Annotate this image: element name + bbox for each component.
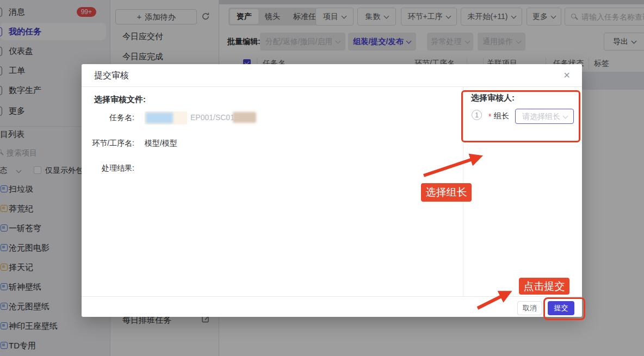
submit-review-modal: 提交审核 × 选择审核文件: 任务名: EP001/SC01/ 环节/工序名: …	[82, 64, 582, 317]
cancel-button[interactable]: 取消	[517, 301, 542, 315]
app-root: 消息 99+ 我的任务 仪表盘 工单 数字生产 更多 项目列表	[0, 0, 644, 356]
task-name-thumbnail	[145, 111, 187, 124]
modal-header: 提交审核 ×	[82, 64, 582, 87]
close-icon[interactable]: ×	[560, 69, 573, 82]
redacted-thumbnail	[146, 113, 173, 123]
leader-select[interactable]: 请选择组长	[515, 109, 574, 124]
redacted-task-text	[233, 112, 256, 123]
leader-select-placeholder: 请选择组长	[522, 109, 560, 123]
reviewer-section-title: 选择审核人:	[471, 93, 515, 103]
chevron-down-icon	[563, 114, 568, 119]
task-code: EP001/SC01/	[190, 113, 237, 122]
submit-button[interactable]: 提交	[548, 301, 574, 315]
file-section-title: 选择审核文件:	[94, 95, 146, 105]
result-label: 处理结果:	[82, 164, 134, 173]
step-one-icon: 1	[472, 110, 482, 120]
task-name-label: 任务名:	[82, 113, 134, 123]
required-mark: *	[488, 112, 491, 121]
modal-title: 提交审核	[94, 64, 129, 87]
stage-value: 模型/模型	[145, 139, 177, 148]
stage-label: 环节/工序名:	[82, 139, 134, 148]
modal-footer: 取消 提交	[82, 296, 582, 317]
modal-divider	[463, 87, 463, 296]
role-label: 组长	[494, 111, 509, 121]
